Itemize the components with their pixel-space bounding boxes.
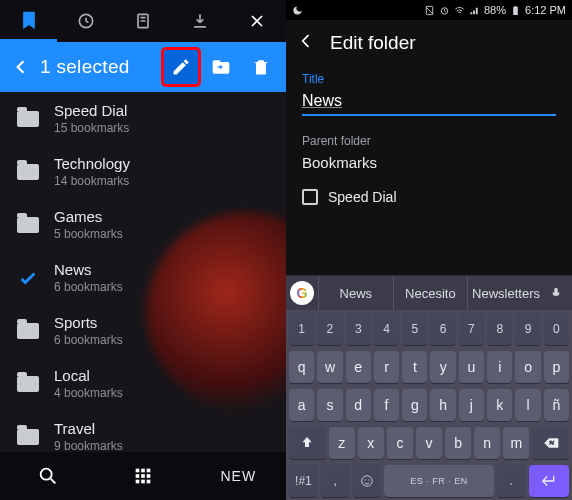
key-4[interactable]: 4: [374, 313, 399, 345]
apps-button[interactable]: [95, 465, 190, 487]
symbols-key[interactable]: !#1: [289, 465, 318, 497]
key-h[interactable]: h: [430, 389, 455, 421]
key-w[interactable]: w: [317, 351, 342, 383]
check-icon: [16, 267, 40, 289]
battery-icon: [510, 5, 521, 16]
suggestion[interactable]: Necesito: [393, 276, 468, 310]
mic-icon[interactable]: [544, 286, 568, 300]
key-c[interactable]: c: [387, 427, 413, 459]
close-panel[interactable]: [229, 0, 286, 42]
key-n[interactable]: n: [474, 427, 500, 459]
list-item[interactable]: Technology14 bookmarks: [0, 145, 286, 198]
key-x[interactable]: x: [358, 427, 384, 459]
key-i[interactable]: i: [487, 351, 512, 383]
selection-back[interactable]: [8, 57, 34, 77]
selection-count: 1 selected: [40, 56, 158, 78]
comma-key[interactable]: ,: [321, 465, 350, 497]
suggestion[interactable]: Newsletters: [467, 276, 544, 310]
key-1[interactable]: 1: [289, 313, 314, 345]
emoji-key[interactable]: [353, 465, 382, 497]
svg-rect-15: [515, 5, 517, 6]
key-d[interactable]: d: [346, 389, 371, 421]
tab-downloads[interactable]: [172, 0, 229, 42]
clock-text: 6:12 PM: [525, 4, 566, 16]
suggestion[interactable]: News: [318, 276, 393, 310]
status-bar: 88% 6:12 PM: [286, 0, 572, 20]
key-v[interactable]: v: [416, 427, 442, 459]
key-t[interactable]: t: [402, 351, 427, 383]
title-label: Title: [302, 72, 556, 86]
parent-folder-value[interactable]: Bookmarks: [302, 154, 556, 171]
delete-button[interactable]: [244, 50, 278, 84]
svg-rect-3: [136, 469, 140, 473]
key-p[interactable]: p: [544, 351, 569, 383]
key-9[interactable]: 9: [515, 313, 540, 345]
parent-label: Parent folder: [302, 134, 556, 148]
enter-key[interactable]: [529, 465, 569, 497]
move-button[interactable]: [204, 50, 238, 84]
title-input[interactable]: [302, 90, 556, 116]
list-item[interactable]: Travel9 bookmarks: [0, 410, 286, 452]
folder-list[interactable]: Speed Dial15 bookmarks Technology14 book…: [0, 92, 286, 452]
key-y[interactable]: y: [430, 351, 455, 383]
backspace-key[interactable]: [532, 427, 569, 459]
key-z[interactable]: z: [329, 427, 355, 459]
tab-history[interactable]: [57, 0, 114, 42]
list-item[interactable]: Sports6 bookmarks: [0, 304, 286, 357]
svg-rect-9: [136, 480, 140, 484]
key-3[interactable]: 3: [346, 313, 371, 345]
top-tabs: [0, 0, 286, 42]
shift-key[interactable]: [289, 427, 326, 459]
key-8[interactable]: 8: [487, 313, 512, 345]
key-6[interactable]: 6: [430, 313, 455, 345]
key-k[interactable]: k: [487, 389, 512, 421]
wifi-icon: [454, 5, 465, 16]
key-0[interactable]: 0: [544, 313, 569, 345]
folder-icon: [16, 323, 40, 339]
key-f[interactable]: f: [374, 389, 399, 421]
svg-rect-11: [147, 480, 151, 484]
bookmarks-pane: 1 selected Speed Dial15 bookmarks Techno…: [0, 0, 286, 500]
edit-header: Edit folder: [286, 20, 572, 66]
key-m[interactable]: m: [503, 427, 529, 459]
svg-point-19: [368, 479, 369, 480]
key-s[interactable]: s: [317, 389, 342, 421]
svg-point-2: [40, 469, 51, 480]
space-key[interactable]: ES · FR · EN: [384, 465, 493, 497]
alarm-icon: [439, 5, 450, 16]
tab-saved-pages[interactable]: [114, 0, 171, 42]
key-r[interactable]: r: [374, 351, 399, 383]
svg-rect-6: [136, 474, 140, 478]
back-button[interactable]: [296, 31, 316, 55]
checkbox-icon: [302, 189, 318, 205]
speed-dial-checkbox-row[interactable]: Speed Dial: [302, 189, 556, 205]
tab-bookmarks[interactable]: [0, 0, 57, 42]
key-e[interactable]: e: [346, 351, 371, 383]
key-q[interactable]: q: [289, 351, 314, 383]
key-b[interactable]: b: [445, 427, 471, 459]
list-item[interactable]: Local4 bookmarks: [0, 357, 286, 410]
key-l[interactable]: l: [515, 389, 540, 421]
key-ñ[interactable]: ñ: [544, 389, 569, 421]
no-sim-icon: [424, 5, 435, 16]
key-j[interactable]: j: [459, 389, 484, 421]
period-key[interactable]: .: [497, 465, 526, 497]
list-item-selected[interactable]: News6 bookmarks: [0, 251, 286, 304]
key-2[interactable]: 2: [317, 313, 342, 345]
key-a[interactable]: a: [289, 389, 314, 421]
new-button[interactable]: NEW: [191, 468, 286, 484]
list-item[interactable]: Games5 bookmarks: [0, 198, 286, 251]
google-icon[interactable]: G: [290, 281, 314, 305]
edit-folder-pane: 88% 6:12 PM Edit folder Title Parent fol…: [286, 0, 572, 500]
key-7[interactable]: 7: [459, 313, 484, 345]
svg-rect-5: [147, 469, 151, 473]
key-o[interactable]: o: [515, 351, 540, 383]
list-item[interactable]: Speed Dial15 bookmarks: [0, 92, 286, 145]
battery-text: 88%: [484, 4, 506, 16]
search-button[interactable]: [0, 465, 95, 487]
key-g[interactable]: g: [402, 389, 427, 421]
key-u[interactable]: u: [459, 351, 484, 383]
key-5[interactable]: 5: [402, 313, 427, 345]
folder-icon: [16, 164, 40, 180]
edit-button[interactable]: [164, 50, 198, 84]
